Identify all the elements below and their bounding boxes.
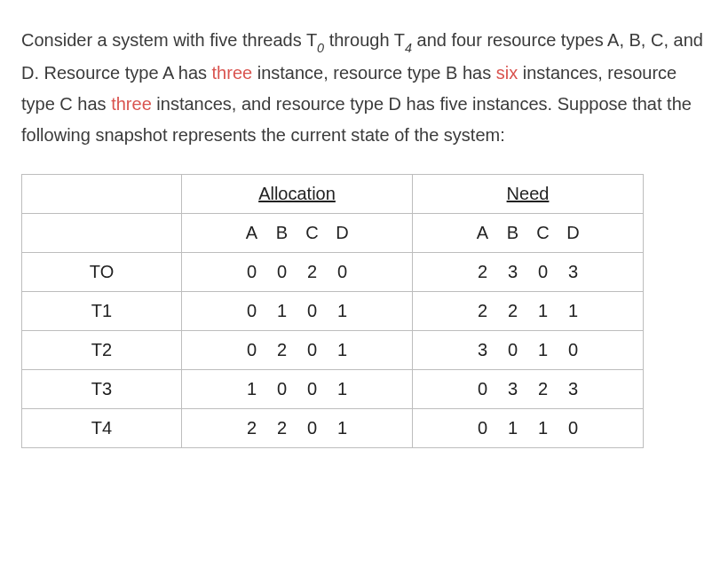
need-val: 3 [505,379,521,399]
table-row: TO 0 0 2 0 2 3 0 3 [22,253,644,292]
alloc-val: 0 [274,379,290,399]
alloc-col-letters: A B C D [182,214,413,253]
header-need: Need [413,175,644,214]
para-seg-2: through T [324,30,405,50]
header-blank [22,175,182,214]
need-col-letters: A B C D [413,214,644,253]
resource-table: Allocation Need A B C D A B C D TO 0 0 [21,174,644,448]
problem-paragraph: Consider a system with five threads T0 t… [21,25,707,151]
need-val: 1 [505,418,521,438]
need-val: 1 [535,340,551,360]
table-row: T2 0 2 0 1 3 0 1 0 [22,331,644,370]
header-allocation: Allocation [182,175,413,214]
alloc-val: 0 [305,340,320,360]
subscript-0: 0 [317,41,324,55]
alloc-val: 2 [274,418,290,438]
col-letters-row: A B C D A B C D [22,214,644,253]
thread-cell: T1 [22,292,182,331]
col-letters-blank [22,214,182,253]
need-val: 0 [475,379,491,399]
alloc-val: 1 [335,418,351,438]
need-cell: 0 1 1 0 [413,409,644,448]
need-val: 3 [566,262,582,282]
need-cell: 2 3 0 3 [413,253,644,292]
need-cell: 3 0 1 0 [413,331,644,370]
need-col-d: D [566,223,582,243]
alloc-val: 0 [244,301,260,321]
need-val: 2 [475,262,491,282]
need-col-b: B [505,223,521,243]
alloc-val: 0 [305,301,320,321]
alloc-cell: 0 2 0 1 [182,331,413,370]
need-val: 1 [535,301,551,321]
table-row: T3 1 0 0 1 0 3 2 3 [22,370,644,409]
alloc-col-a: A [244,223,260,243]
alloc-val: 0 [244,262,260,282]
need-val: 0 [566,418,582,438]
need-val: 0 [566,340,582,360]
need-val: 0 [475,418,491,438]
header-need-label: Need [507,184,550,203]
thread-cell: T4 [22,409,182,448]
para-seg-4: instance, resource type B has [252,63,496,83]
alloc-val: 2 [244,418,260,438]
alloc-cell: 1 0 0 1 [182,370,413,409]
table-row: T1 0 1 0 1 2 2 1 1 [22,292,644,331]
alloc-cell: 0 1 0 1 [182,292,413,331]
alloc-col-c: C [305,223,320,243]
subscript-4: 4 [405,41,412,55]
alloc-val: 1 [335,301,351,321]
need-col-a: A [475,223,491,243]
table-row: T4 2 2 0 1 0 1 1 0 [22,409,644,448]
alloc-val: 0 [335,262,351,282]
alloc-val: 0 [305,379,320,399]
alloc-val: 1 [335,379,351,399]
alloc-val: 2 [274,340,290,360]
need-cell: 2 2 1 1 [413,292,644,331]
need-val: 3 [475,340,491,360]
need-val: 2 [505,301,521,321]
need-val: 1 [566,301,582,321]
need-val: 1 [535,418,551,438]
need-cell: 0 3 2 3 [413,370,644,409]
alloc-val: 1 [274,301,290,321]
alloc-val: 2 [305,262,320,282]
thread-cell: T3 [22,370,182,409]
para-seg-1: Consider a system with five threads T [21,30,317,50]
need-val: 0 [535,262,551,282]
need-val: 3 [505,262,521,282]
alloc-cell: 2 2 0 1 [182,409,413,448]
need-val: 2 [535,379,551,399]
alloc-val: 0 [274,262,290,282]
need-val: 2 [475,301,491,321]
need-col-c: C [535,223,551,243]
alloc-val: 1 [335,340,351,360]
thread-cell: T2 [22,331,182,370]
header-allocation-label: Allocation [258,184,336,203]
need-val: 0 [505,340,521,360]
alloc-col-d: D [335,223,351,243]
highlight-six: six [496,63,518,83]
alloc-cell: 0 0 2 0 [182,253,413,292]
thread-cell: TO [22,253,182,292]
alloc-val: 1 [244,379,260,399]
alloc-val: 0 [305,418,320,438]
highlight-three-c: three [111,94,152,114]
highlight-three-a: three [212,63,253,83]
alloc-val: 0 [244,340,260,360]
need-val: 3 [566,379,582,399]
alloc-col-b: B [274,223,290,243]
header-row: Allocation Need [22,175,644,214]
